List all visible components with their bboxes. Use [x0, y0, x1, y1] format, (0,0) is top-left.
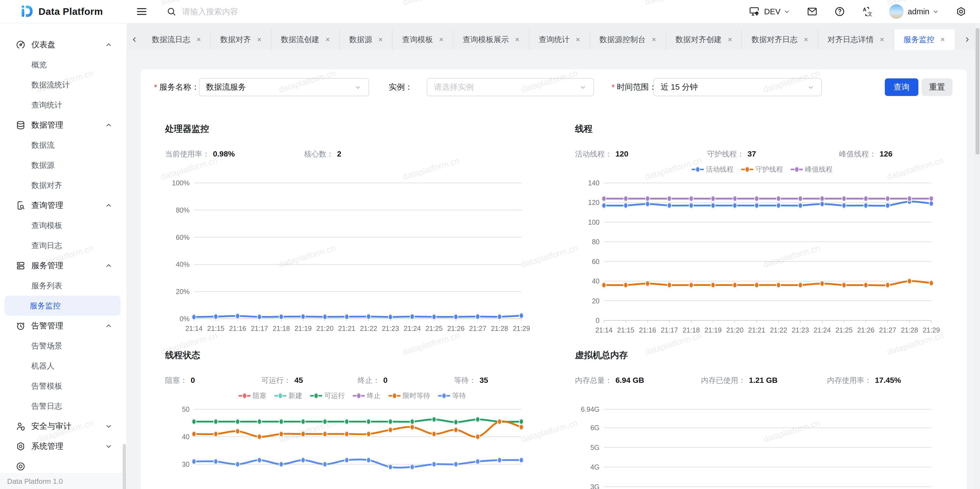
tab-2[interactable]: 数据流创建× — [272, 29, 340, 50]
legend-item[interactable]: 等待 — [438, 391, 466, 400]
reset-button[interactable]: 重置 — [922, 78, 953, 96]
svg-text:21:24: 21:24 — [404, 324, 421, 332]
sidebar-item-2[interactable]: 数据流统计 — [0, 75, 127, 95]
sidebar-item-12[interactable]: 服务列表 — [0, 276, 127, 296]
close-icon[interactable]: × — [576, 36, 580, 43]
close-icon[interactable]: × — [326, 36, 330, 43]
svg-text:21:26: 21:26 — [447, 324, 465, 332]
close-icon[interactable]: × — [378, 36, 383, 43]
sidebar-item-11[interactable]: 服务管理 — [0, 256, 127, 276]
legend-item[interactable]: 峰值线程 — [791, 165, 832, 174]
legend-item[interactable]: 限时等待 — [388, 391, 430, 400]
svg-text:21:22: 21:22 — [360, 324, 377, 332]
tab-4[interactable]: 查询模板× — [393, 29, 453, 50]
chevron-up-icon — [105, 322, 113, 330]
sidebar-item-5[interactable]: 数据流 — [0, 135, 127, 155]
main-content: * 服务名称： 数据流服务 实例： 请选择实例 * 时间范围： 近 15 分钟 — [127, 50, 975, 489]
stat-item: 终止：0 — [358, 375, 454, 385]
tabs-scroll-left-button[interactable] — [127, 29, 143, 50]
sidebar-item-3[interactable]: 查询统计 — [0, 95, 127, 115]
svg-text:140: 140 — [588, 179, 600, 187]
tab-8[interactable]: 数据对齐创建× — [666, 29, 742, 50]
close-icon[interactable]: × — [515, 36, 519, 43]
language-button[interactable]: A 文 — [861, 6, 873, 17]
panel-title: 线程状态 — [165, 349, 539, 361]
svg-text:21:21: 21:21 — [748, 326, 765, 334]
time-range-select[interactable]: 近 15 分钟 — [654, 78, 822, 96]
legend-marker — [741, 165, 753, 173]
close-icon[interactable]: × — [803, 36, 808, 43]
legend-item[interactable]: 可运行 — [310, 391, 345, 400]
sidebar-item-14[interactable]: 告警管理 — [0, 316, 127, 336]
close-icon[interactable]: × — [728, 36, 732, 43]
env-switcher[interactable]: DEV — [749, 6, 791, 17]
tab-9[interactable]: 数据对齐日志× — [742, 29, 818, 50]
sidebar-item-16[interactable]: 机器人 — [0, 356, 127, 376]
sidebar-item-15[interactable]: 告警场景 — [0, 336, 127, 356]
server-icon — [15, 260, 26, 271]
sidebar-item-18[interactable]: 告警日志 — [0, 396, 127, 416]
help-button[interactable] — [834, 6, 845, 17]
tab-0[interactable]: 数据流日志× — [143, 29, 211, 50]
open-tabs-bar: 数据流日志×数据对齐×数据流创建×数据源×查询模板×查询模板展示×查询统计×数据… — [127, 23, 975, 50]
time-range-value: 近 15 分钟 — [660, 82, 698, 93]
settings-button[interactable] — [955, 6, 967, 17]
tab-10[interactable]: 对齐日志详情× — [818, 29, 894, 50]
close-icon[interactable]: × — [257, 36, 261, 43]
stat-item: 阻塞：0 — [165, 375, 261, 385]
sidebar-item-19[interactable]: 安全与审计 — [0, 416, 127, 436]
close-icon[interactable]: × — [940, 36, 945, 43]
sidebar-item-partial[interactable] — [0, 456, 127, 473]
legend-item[interactable]: 活动线程 — [692, 165, 733, 174]
sidebar-item-7[interactable]: 数据对齐 — [0, 175, 127, 195]
svg-text:5G: 5G — [590, 444, 600, 451]
mail-icon — [807, 6, 818, 17]
close-icon[interactable]: × — [652, 36, 656, 43]
sidebar-item-6[interactable]: 数据源 — [0, 155, 127, 175]
tabs-scroll-right-button[interactable] — [959, 29, 975, 50]
svg-text:21:21: 21:21 — [338, 324, 355, 332]
sidebar-item-13[interactable]: 服务监控 — [5, 296, 121, 316]
user-menu[interactable]: admin — [889, 4, 939, 19]
tab-6[interactable]: 查询统计× — [529, 29, 590, 50]
sidebar-item-4[interactable]: 数据管理 — [0, 115, 127, 135]
global-search[interactable] — [166, 6, 337, 17]
sidebar-item-1[interactable]: 概览 — [0, 55, 127, 75]
query-button[interactable]: 查询 — [885, 78, 918, 96]
tab-11[interactable]: 服务监控× — [894, 29, 955, 50]
legend-item[interactable]: 守护线程 — [741, 165, 783, 174]
tab-3[interactable]: 数据源× — [340, 29, 393, 50]
panel-title: 虚拟机总内存 — [575, 349, 949, 361]
sidebar-scrollbar-thumb[interactable] — [123, 444, 126, 489]
svg-text:21:20: 21:20 — [317, 324, 334, 332]
chevron-right-icon — [963, 35, 971, 44]
search-input[interactable] — [181, 7, 337, 16]
tab-5[interactable]: 查询模板展示× — [453, 29, 529, 50]
close-icon[interactable]: × — [196, 36, 201, 43]
app-version: Data Platform 1.0 — [0, 473, 127, 489]
menu-toggle-icon[interactable] — [135, 5, 148, 18]
svg-text:21:27: 21:27 — [879, 326, 896, 334]
sidebar-item-9[interactable]: 查询模板 — [0, 215, 127, 235]
tab-7[interactable]: 数据源控制台× — [590, 29, 666, 50]
sidebar-item-20[interactable]: 系统管理 — [0, 436, 127, 456]
page-scrollbar-thumb[interactable] — [975, 28, 980, 154]
service-name-select[interactable]: 数据流服务 — [199, 78, 369, 96]
legend-item[interactable]: 阻塞 — [239, 391, 267, 400]
sidebar-item-8[interactable]: 查询管理 — [0, 195, 127, 215]
close-icon[interactable]: × — [880, 36, 884, 43]
page-scrollbar[interactable] — [975, 23, 980, 489]
svg-text:21:28: 21:28 — [901, 326, 918, 334]
messages-button[interactable] — [807, 6, 818, 17]
sidebar-item-10[interactable]: 查询日志 — [0, 235, 127, 256]
legend-item[interactable]: 终止 — [353, 391, 381, 400]
legend-item[interactable]: 新建 — [274, 391, 302, 400]
sidebar-item-0[interactable]: 仪表盘 — [0, 35, 127, 55]
sidebar-item-17[interactable]: 告警模板 — [0, 376, 127, 396]
close-icon[interactable]: × — [439, 36, 443, 43]
svg-text:21:19: 21:19 — [704, 326, 722, 334]
panel-title: 处理器监控 — [165, 123, 539, 135]
instance-select[interactable]: 请选择实例 — [427, 78, 594, 96]
tab-1[interactable]: 数据对齐× — [211, 29, 271, 50]
environment-icon — [749, 6, 760, 17]
